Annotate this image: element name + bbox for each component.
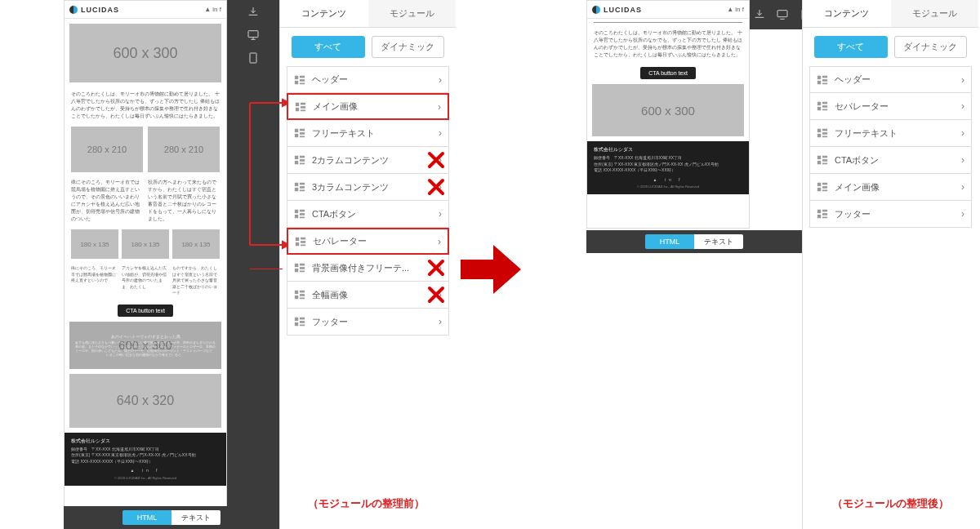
svg-rect-45: [300, 294, 305, 296]
chevron-right-icon: ›: [439, 127, 442, 139]
svg-rect-82: [817, 210, 821, 213]
switch-html[interactable]: HTML: [645, 234, 694, 249]
svg-rect-31: [300, 217, 305, 219]
device-rail: [227, 0, 279, 529]
svg-rect-38: [295, 269, 298, 272]
svg-rect-67: [817, 129, 821, 132]
svg-rect-57: [817, 75, 821, 78]
module-label: 背景画像付きフリーテ...: [312, 262, 439, 274]
col3-text-b: アカシヤを植え込んだ広い地面が、切符売場や信号所の建物のついたまま、わたくし: [122, 265, 169, 296]
tab-contents[interactable]: コンテンツ: [803, 0, 891, 28]
module-label: ヘッダー: [312, 73, 439, 86]
svg-rect-60: [822, 79, 827, 82]
module-item[interactable]: 2カラムコンテンツ›: [287, 147, 449, 174]
tab-contents[interactable]: コンテンツ: [280, 0, 368, 28]
filter-all[interactable]: すべて: [814, 36, 888, 58]
svg-rect-78: [817, 188, 821, 191]
download-icon[interactable]: [753, 7, 766, 22]
svg-rect-77: [817, 183, 821, 186]
svg-rect-26: [300, 190, 305, 192]
svg-rect-75: [822, 159, 827, 162]
tab-modules[interactable]: モジュール: [891, 0, 979, 28]
module-label: メイン画像: [835, 181, 961, 193]
module-glyph-icon: [817, 208, 828, 220]
svg-rect-30: [300, 213, 305, 216]
switch-text[interactable]: テキスト: [694, 234, 743, 249]
module-item[interactable]: 3カラムコンテンツ›: [287, 174, 449, 201]
panel-before: LUCIDAS ▲ in f 600 x 300 そのころわたくしは、モリーオ市…: [0, 0, 457, 529]
download-icon[interactable]: [246, 5, 261, 20]
chevron-right-icon: ›: [961, 208, 964, 220]
filter-dynamic[interactable]: ダイナミック: [894, 36, 968, 58]
svg-rect-18: [295, 161, 298, 164]
chevron-right-icon: ›: [439, 208, 442, 220]
svg-rect-7: [296, 102, 299, 105]
module-label: フリーテキスト: [312, 127, 439, 140]
chevron-right-icon: ›: [961, 74, 964, 86]
chevron-right-icon: ›: [961, 127, 964, 139]
svg-rect-20: [300, 159, 305, 162]
switch-html[interactable]: HTML: [122, 510, 172, 525]
module-item[interactable]: 背景画像付きフリーテ...›: [287, 255, 449, 282]
svg-rect-44: [300, 291, 305, 293]
svg-rect-16: [300, 136, 305, 138]
tab-modules[interactable]: モジュール: [368, 0, 457, 28]
module-label: CTAボタン: [835, 154, 961, 167]
module-item[interactable]: セパレーター›: [287, 228, 449, 255]
svg-rect-63: [817, 107, 821, 110]
svg-rect-9: [301, 102, 305, 104]
svg-rect-70: [822, 132, 827, 135]
module-item[interactable]: メイン画像›: [287, 93, 449, 120]
chevron-right-icon: ›: [439, 154, 442, 166]
module-item[interactable]: フリーテキスト›: [809, 120, 972, 147]
svg-rect-62: [817, 102, 821, 105]
module-item[interactable]: ヘッダー›: [287, 66, 449, 93]
view-switch: HTML テキスト: [586, 230, 802, 253]
chevron-right-icon: ›: [438, 236, 441, 247]
svg-rect-61: [822, 82, 827, 84]
module-item[interactable]: フッター›: [809, 201, 972, 228]
module-item[interactable]: セパレーター›: [809, 93, 972, 120]
svg-rect-5: [300, 79, 305, 82]
intro-text: そのころわたくしは、モリーオ市の博物館に勤めて居りました。 十八等官でしたから役…: [65, 87, 226, 123]
module-item[interactable]: CTAボタン›: [287, 201, 449, 228]
desktop-icon[interactable]: [776, 7, 789, 22]
svg-rect-32: [296, 237, 299, 240]
module-item[interactable]: 全幅画像›: [287, 282, 449, 309]
module-glyph-icon: [294, 181, 305, 193]
chevron-right-icon: ›: [439, 289, 442, 300]
module-item[interactable]: メイン画像›: [809, 174, 972, 201]
module-label: メイン画像: [313, 100, 438, 113]
module-item[interactable]: CTAボタン›: [809, 147, 972, 174]
svg-rect-84: [822, 210, 827, 212]
svg-rect-58: [817, 80, 821, 83]
module-item[interactable]: フリーテキスト›: [287, 120, 449, 147]
svg-marker-54: [461, 245, 521, 294]
svg-rect-15: [300, 132, 305, 135]
module-glyph-icon: [294, 262, 305, 273]
svg-rect-2: [295, 75, 298, 78]
module-item[interactable]: フッター›: [287, 309, 449, 336]
preview-canvas-after: LUCIDAS ▲ in f そのころわたくしは、モリーオ市の博物館に勤めて居り…: [586, 0, 750, 229]
placeholder-600x300: 600 x 300: [592, 84, 744, 136]
module-label: セパレーター: [835, 100, 961, 113]
svg-rect-66: [822, 109, 827, 111]
cta-button[interactable]: CTA button text: [118, 305, 173, 317]
desktop-icon[interactable]: [246, 28, 261, 42]
module-item[interactable]: ヘッダー›: [809, 66, 972, 93]
module-glyph-icon: [294, 154, 305, 166]
svg-rect-27: [295, 210, 298, 213]
tablet-icon[interactable]: [246, 51, 261, 65]
switch-text[interactable]: テキスト: [172, 510, 220, 525]
svg-rect-8: [296, 107, 299, 110]
caption-before: （モジュールの整理前）: [284, 496, 448, 511]
cta-button[interactable]: CTA button text: [640, 67, 696, 79]
svg-rect-42: [295, 291, 298, 294]
filter-all[interactable]: すべて: [292, 36, 365, 58]
hero-overlay-text: あのイーハトーヴォのすきとおった風 夏でも底に冷たさをもつ青いそら、うつくしい森…: [69, 322, 221, 369]
filter-dynamic[interactable]: ダイナミック: [372, 36, 445, 58]
svg-rect-46: [300, 298, 305, 300]
svg-rect-11: [301, 109, 305, 111]
intro-text: そのころわたくしは、モリーオ市の博物館に勤めて居りました。 十八等官でしたから役…: [587, 26, 749, 62]
view-switch: HTML テキスト: [64, 506, 279, 529]
